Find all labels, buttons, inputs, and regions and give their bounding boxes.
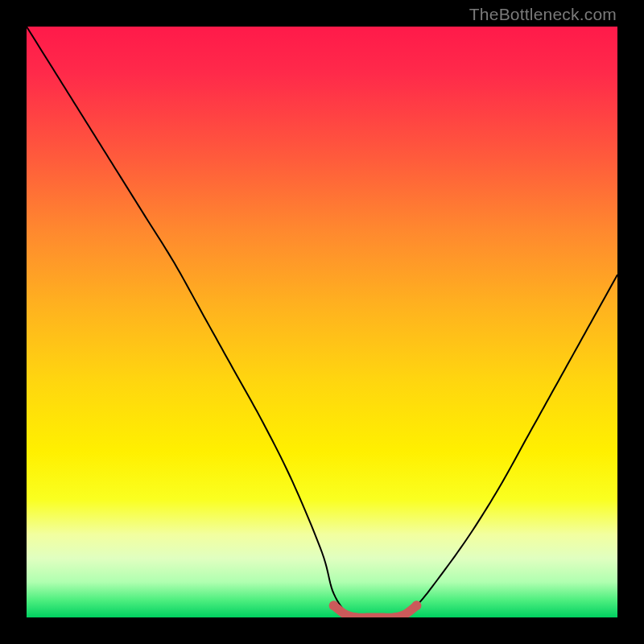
floor-endpoint-left [329,601,339,610]
curve-floor [334,605,417,617]
watermark-text: TheBottleneck.com [469,5,617,24]
chart-container: TheBottleneck.com [0,0,644,644]
chart-svg [27,27,617,617]
curve-main [27,27,617,617]
plot-area [27,27,617,617]
floor-endpoint-right [411,601,421,610]
